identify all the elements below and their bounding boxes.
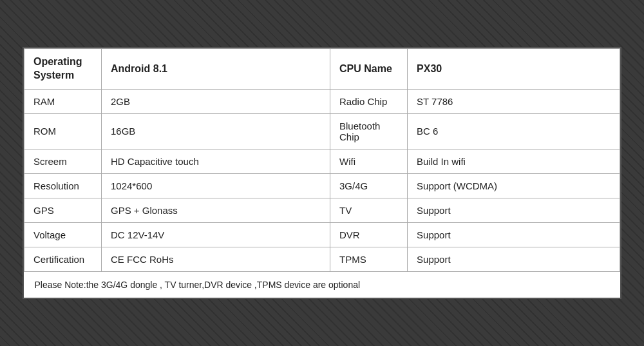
right-value: ST 7786 <box>408 89 620 113</box>
left-value: CE FCC RoHs <box>102 247 330 271</box>
left-label: RAM <box>24 89 102 113</box>
left-value: 1024*600 <box>102 173 330 198</box>
left-value: DC 12V-14V <box>102 222 330 247</box>
right-label: TPMS <box>330 247 408 271</box>
right-label: Wifi <box>330 149 408 173</box>
right-label: 3G/4G <box>330 173 408 198</box>
table-row: Resolution1024*6003G/4GSupport (WCDMA) <box>24 173 620 198</box>
right-label: TV <box>330 198 408 222</box>
table-row: VoltageDC 12V-14VDVRSupport <box>24 222 620 247</box>
right-value: Support <box>408 198 620 222</box>
left-value: GPS + Glonass <box>102 198 330 222</box>
right-label: Bluetooth Chip <box>330 113 408 149</box>
right-value: Support <box>408 247 620 271</box>
right-value: Build In wifi <box>408 149 620 173</box>
right-value: Support <box>408 222 620 247</box>
spec-container: OperatingSystermAndroid 8.1CPU NamePX30R… <box>23 47 621 299</box>
left-value: 2GB <box>102 89 330 113</box>
left-label: Certification <box>24 247 102 271</box>
table-row: ROM16GBBluetooth ChipBC 6 <box>24 113 620 149</box>
left-label: Resolution <box>24 173 102 198</box>
spec-table: OperatingSystermAndroid 8.1CPU NamePX30R… <box>24 48 620 298</box>
table-row: OperatingSystermAndroid 8.1CPU NamePX30 <box>24 49 620 90</box>
right-value: PX30 <box>408 49 620 90</box>
right-value: BC 6 <box>408 113 620 149</box>
left-value: Android 8.1 <box>102 49 330 90</box>
right-value: Support (WCDMA) <box>408 173 620 198</box>
left-label: Voltage <box>24 222 102 247</box>
right-label: Radio Chip <box>330 89 408 113</box>
left-label: ROM <box>24 113 102 149</box>
note-text: Please Note:the 3G/4G dongle , TV turner… <box>24 271 620 298</box>
note-row: Please Note:the 3G/4G dongle , TV turner… <box>24 271 620 298</box>
left-label: GPS <box>24 198 102 222</box>
left-label: OperatingSysterm <box>24 49 102 90</box>
left-value: HD Capacitive touch <box>102 149 330 173</box>
table-row: ScreemHD Capacitive touchWifiBuild In wi… <box>24 149 620 173</box>
left-value: 16GB <box>102 113 330 149</box>
table-row: CertificationCE FCC RoHsTPMSSupport <box>24 247 620 271</box>
table-row: RAM2GBRadio ChipST 7786 <box>24 89 620 113</box>
table-row: GPSGPS + GlonassTVSupport <box>24 198 620 222</box>
right-label: DVR <box>330 222 408 247</box>
left-label: Screem <box>24 149 102 173</box>
right-label: CPU Name <box>330 49 408 90</box>
